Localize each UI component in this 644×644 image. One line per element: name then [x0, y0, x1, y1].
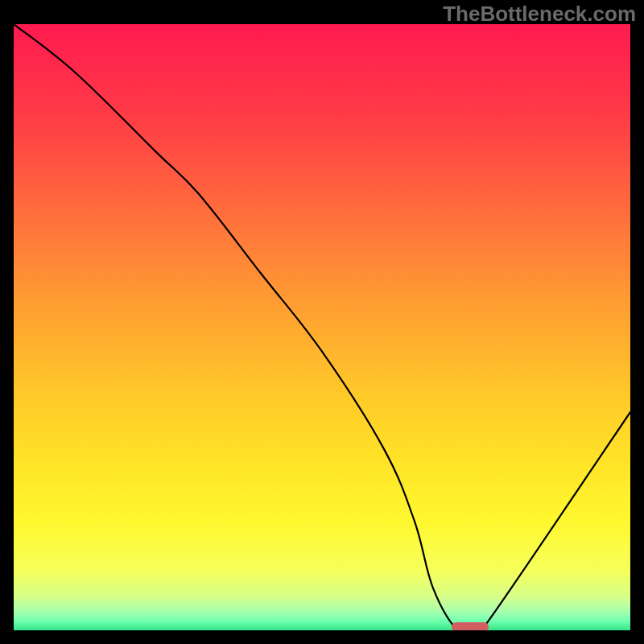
watermark-text: TheBottleneck.com	[443, 2, 636, 27]
plot-area	[14, 24, 630, 630]
chart-svg	[14, 24, 630, 630]
chart-frame: TheBottleneck.com	[0, 0, 644, 644]
gradient-background	[14, 24, 630, 630]
optimal-range-marker	[452, 622, 489, 630]
